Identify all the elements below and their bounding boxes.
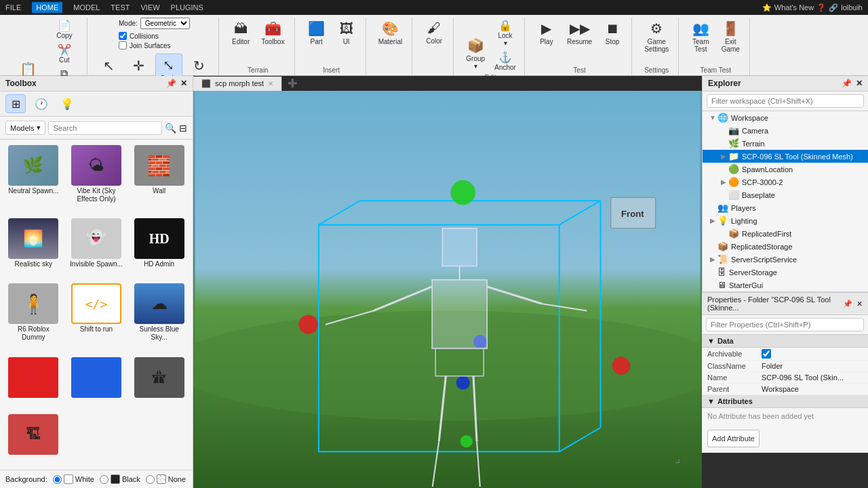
editor-button[interactable]: 🏔 Editor [227, 18, 254, 48]
play-button[interactable]: ▶ Play [533, 18, 560, 48]
material-button[interactable]: 🎨 Material [374, 18, 407, 48]
collisions-checkbox[interactable]: Collisions [119, 32, 190, 40]
toolbox-item[interactable]: 🌿Neutral Spawn... [3, 142, 64, 214]
bg-none-option[interactable]: None [146, 474, 186, 484]
tree-item-lighting[interactable]: ▶💡Lighting [703, 214, 868, 227]
menu-model[interactable]: MODEL [73, 3, 100, 12]
tree-expand-workspace[interactable]: ▼ [708, 114, 717, 121]
toolbox-search-type-dropdown[interactable]: Models ▾ [5, 121, 45, 135]
toolbox-item[interactable]: 🛣 [128, 354, 190, 410]
properties-filter-input[interactable] [706, 318, 864, 331]
username-label: lolbuih [841, 3, 863, 12]
tree-item-spawnlocation[interactable]: 🟢SpawnLocation [703, 163, 868, 176]
cut-button[interactable]: ✂️ Cut [47, 42, 81, 65]
tree-item-workspace[interactable]: ▼🌐Workspace [703, 111, 868, 124]
ui-button[interactable]: 🖼 UI [333, 18, 360, 48]
toolbox-item[interactable]: </>Shift to run [66, 281, 127, 352]
paste-icon: 📋 [20, 61, 37, 77]
toolbox-tab-grid[interactable]: ⊞ [5, 94, 26, 113]
tree-expand-serverscriptservice[interactable]: ▶ [708, 256, 717, 263]
properties-close-icon[interactable]: ✕ [856, 300, 863, 308]
explorer-filter-input[interactable] [707, 94, 864, 108]
share-icon[interactable]: 🔗 [829, 3, 838, 12]
join-surfaces-checkbox[interactable]: Join Surfaces [119, 41, 190, 49]
toolbox-close-icon[interactable]: ✕ [180, 79, 187, 88]
tree-item-label-startergui: StarterGui [729, 281, 865, 289]
classname-row: ClassName Folder [702, 361, 868, 372]
svg-point-12 [612, 357, 630, 374]
resume-button[interactable]: ▶▶ Resume [563, 18, 596, 48]
classname-key: ClassName [707, 362, 762, 370]
toolbox-item[interactable]: 🧱Wall [128, 142, 190, 214]
toolbox-item[interactable]: HDHD Admin [128, 216, 190, 279]
tree-expand-lighting[interactable]: ▶ [708, 217, 717, 224]
part-button[interactable]: 🟦 Part [303, 18, 330, 48]
toolbox-item[interactable]: 🌤Vibe Kit (Sky Effects Only) [66, 142, 127, 214]
search-icon[interactable]: 🔍 [165, 123, 176, 134]
toolbox-item[interactable]: 🌅Realistic sky [3, 216, 64, 279]
lock-button[interactable]: 🔒 Lock ▾ [492, 18, 519, 48]
help-icon[interactable]: ❓ [816, 3, 826, 12]
tree-item-serverscriptservice[interactable]: ▶📜ServerScriptService [703, 253, 868, 266]
menu-test[interactable]: TEST [111, 3, 130, 12]
copy-button[interactable]: 📄 Copy [47, 18, 81, 41]
filter-icon[interactable]: ⊟ [179, 123, 187, 134]
add-attribute-button[interactable]: Add Attribute [707, 430, 760, 447]
explorer-pin-icon[interactable]: 📌 [842, 79, 852, 88]
tree-item-scp096[interactable]: ▶📁SCP-096 SL Tool (Skinned Mesh) [703, 150, 868, 163]
game-settings-button[interactable]: ⚙ Game Settings [640, 18, 673, 56]
tree-item-baseplate[interactable]: ⬜Baseplate [703, 188, 868, 201]
menu-file[interactable]: FILE [5, 3, 21, 12]
menu-plugins[interactable]: PLUGINS [171, 3, 203, 12]
team-button[interactable]: 👥 Team Test [687, 18, 714, 56]
whats-new-label[interactable]: What's New [774, 3, 814, 12]
viewport-tab-close[interactable]: ✕ [268, 80, 273, 87]
play-icon: ▶ [541, 20, 551, 37]
viewport-tab-main[interactable]: ⬛ scp morph test ✕ [193, 77, 282, 91]
mode-dropdown[interactable]: Geometric [140, 18, 190, 29]
tree-item-terrain[interactable]: 🌿Terrain [703, 137, 868, 150]
color-button[interactable]: 🖌 Color [420, 18, 448, 47]
move-icon: ✛ [133, 58, 144, 74]
toolbox-tab-bulb[interactable]: 💡 [57, 94, 77, 113]
menu-home[interactable]: HOME [32, 2, 62, 13]
tree-item-replicatedstorage[interactable]: 📦ReplicatedStorage [703, 240, 868, 253]
stop-button[interactable]: ⏹ Stop [599, 18, 626, 48]
tree-item-icon-startergui: 🖥 [717, 280, 726, 290]
toolbox-search-input[interactable] [48, 121, 162, 135]
name-val[interactable]: SCP-096 SL Tool (Skin... [762, 373, 863, 382]
toolbox-item[interactable]: 🏗 [3, 411, 64, 467]
bg-white-option[interactable]: White [53, 474, 94, 484]
group-button[interactable]: 📦 Group ▾ [462, 35, 489, 73]
tree-expand-scp3000[interactable]: ▶ [719, 178, 728, 186]
tree-expand-scp096[interactable]: ▶ [719, 152, 728, 160]
tree-item-startergui[interactable]: 🖥StarterGui [703, 279, 868, 291]
toolbox-item[interactable] [66, 354, 127, 410]
tree-item-players[interactable]: 👥Players [703, 201, 868, 214]
toolbox-item[interactable]: ☁Sunless Blue Sky... [128, 281, 190, 352]
archivable-checkbox[interactable] [762, 349, 771, 359]
bg-black-option[interactable]: Black [100, 474, 140, 484]
toolbox-pin-icon[interactable]: 📌 [166, 79, 176, 88]
toolbox-item[interactable] [3, 354, 64, 410]
menu-view[interactable]: VIEW [140, 3, 159, 12]
part-icon: 🟦 [308, 20, 325, 37]
tree-item-replicatedfirst[interactable]: 📦ReplicatedFirst [703, 227, 868, 240]
add-viewport-icon[interactable]: ➕ [282, 76, 303, 91]
terrain-label: Terrain [248, 66, 269, 74]
explorer-close-icon[interactable]: ✕ [856, 79, 863, 88]
anchor-button[interactable]: ⚓ Anchor [492, 49, 519, 73]
tree-item-camera[interactable]: 📷Camera [703, 124, 868, 137]
tree-item-label-scp3000: SCP-3000-2 [742, 178, 865, 186]
toolbox-item[interactable]: 🧍R6 Roblox Dummy [3, 281, 64, 352]
tree-item-serverstorage[interactable]: 🗄ServerStorage [703, 266, 868, 279]
toolbox-item[interactable]: 👻Invisible Spawn... [66, 216, 127, 279]
data-section-header[interactable]: ▼ Data [702, 335, 868, 348]
properties-pin-icon[interactable]: 📌 [843, 300, 852, 308]
attributes-section-header[interactable]: ▼ Attributes [702, 395, 868, 408]
exit-game-button[interactable]: 🚪 Exit Game [717, 18, 744, 56]
toolbox-button[interactable]: 🧰 Toolbox [257, 18, 288, 48]
toolbox-tab-clock[interactable]: 🕐 [31, 94, 52, 113]
tree-item-scp3000[interactable]: ▶🟠SCP-3000-2 [703, 176, 868, 188]
viewport-content[interactable]: Front ⌟ [193, 91, 702, 487]
